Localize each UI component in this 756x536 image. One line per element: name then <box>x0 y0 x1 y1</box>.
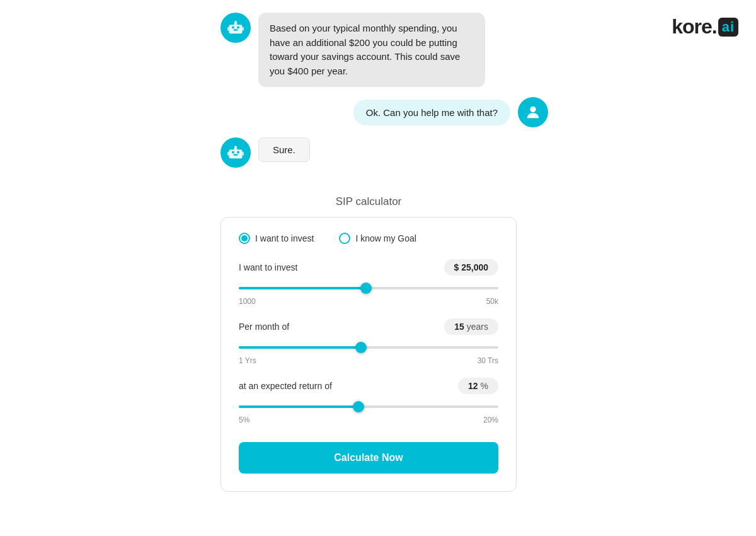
sip-card: I want to invest I know my Goal I want t… <box>220 217 517 492</box>
radio-invest-circle <box>239 233 250 244</box>
calculate-button[interactable]: Calculate Now <box>239 442 498 474</box>
svg-rect-9 <box>229 149 243 158</box>
bot-avatar-1 <box>220 13 251 43</box>
robot-icon <box>227 19 244 37</box>
invest-min: 1000 <box>239 297 256 306</box>
invest-label: I want to invest <box>239 262 297 272</box>
user-message-row: Ok. Can you help me with that? <box>220 97 548 127</box>
return-max: 20% <box>483 416 498 424</box>
period-slider-fill <box>239 346 361 349</box>
user-bubble: Ok. Can you help me with that? <box>353 100 510 125</box>
invest-slider-thumb[interactable] <box>360 283 372 294</box>
svg-rect-10 <box>232 151 234 154</box>
period-slider-range: 1 Yrs 30 Trs <box>239 356 498 365</box>
radio-row: I want to invest I know my Goal <box>239 233 498 244</box>
invest-value: $ 25,000 <box>454 262 489 272</box>
chat-area: Based on your typical monthly spending, … <box>220 13 548 168</box>
radio-goal[interactable]: I know my Goal <box>339 233 416 244</box>
radio-goal-circle <box>339 233 350 244</box>
return-slider-track <box>239 405 498 408</box>
return-slider-thumb[interactable] <box>353 401 364 412</box>
invest-value-box: $ 25,000 <box>444 259 499 276</box>
radio-invest[interactable]: I want to invest <box>239 233 314 244</box>
period-min: 1 Yrs <box>239 356 256 365</box>
svg-point-14 <box>234 146 237 148</box>
period-slider-header: Per month of 15 years <box>239 318 498 335</box>
return-slider-fill <box>239 405 358 408</box>
invest-slider-section: I want to invest $ 25,000 1000 50k <box>239 259 498 306</box>
bot-message-2-text: Sure. <box>273 144 295 155</box>
svg-rect-15 <box>227 152 229 156</box>
period-unit: years <box>467 322 488 332</box>
svg-rect-7 <box>243 27 244 31</box>
period-slider-container[interactable] <box>239 341 498 354</box>
return-label: at an expected return of <box>239 381 332 391</box>
bot-avatar-2 <box>220 137 251 168</box>
invest-slider-fill <box>239 287 366 289</box>
return-slider-container[interactable] <box>239 400 498 413</box>
period-label: Per month of <box>239 322 289 332</box>
return-slider-section: at an expected return of 12 % 5% 20% <box>239 378 498 424</box>
bot-bubble-2: Sure. <box>258 137 310 162</box>
user-message-text: Ok. Can you help me with that? <box>366 107 498 118</box>
return-min: 5% <box>239 416 249 424</box>
svg-rect-16 <box>243 152 244 156</box>
bot-bubble-1: Based on your typical monthly spending, … <box>258 13 485 87</box>
svg-rect-1 <box>232 26 234 29</box>
invest-slider-header: I want to invest $ 25,000 <box>239 259 498 276</box>
bot-message-2-row: Sure. <box>220 137 548 168</box>
return-slider-header: at an expected return of 12 % <box>239 378 498 394</box>
logo: kore.ai <box>672 15 738 38</box>
robot-icon-2 <box>227 144 244 161</box>
svg-rect-12 <box>234 154 238 155</box>
bot-message-1-row: Based on your typical monthly spending, … <box>220 13 548 87</box>
invest-slider-track <box>239 287 498 289</box>
radio-goal-label: I know my Goal <box>355 233 416 243</box>
period-slider-track <box>239 346 498 349</box>
logo-kore-text: kore. <box>672 15 716 38</box>
svg-rect-11 <box>237 151 239 154</box>
user-icon <box>524 103 542 121</box>
period-value-box: 15 years <box>444 318 498 335</box>
return-value: 12 <box>468 381 478 391</box>
svg-rect-2 <box>237 26 239 29</box>
period-value: 15 <box>454 322 464 332</box>
return-slider-range: 5% 20% <box>239 416 498 424</box>
period-slider-section: Per month of 15 years 1 Yrs 30 Trs <box>239 318 498 365</box>
return-unit: % <box>481 381 488 391</box>
period-max: 30 Trs <box>478 356 498 365</box>
svg-point-5 <box>234 21 237 23</box>
user-avatar <box>518 97 548 127</box>
period-slider-thumb[interactable] <box>355 342 367 353</box>
return-value-box: 12 % <box>458 378 498 394</box>
sip-section: SIP calculator I want to invest I know m… <box>220 195 517 492</box>
sip-title: SIP calculator <box>336 195 402 208</box>
invest-slider-container[interactable] <box>239 282 498 294</box>
bot-message-1-text: Based on your typical monthly spending, … <box>270 23 460 76</box>
svg-point-8 <box>530 107 536 112</box>
invest-max: 50k <box>486 297 498 306</box>
svg-rect-6 <box>227 27 229 31</box>
radio-invest-label: I want to invest <box>255 233 314 243</box>
svg-rect-3 <box>234 29 238 30</box>
logo-ai-text: ai <box>718 18 738 37</box>
invest-slider-range: 1000 50k <box>239 297 498 306</box>
